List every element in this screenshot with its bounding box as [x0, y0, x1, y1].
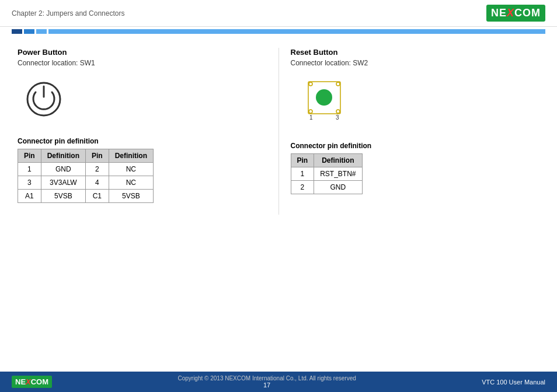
table-cell: 1: [291, 167, 314, 181]
power-button-icon: [23, 79, 64, 120]
table-cell: 2: [86, 163, 109, 176]
table-cell: 3: [18, 176, 41, 190]
left-col-header-pin1: Pin: [18, 149, 41, 163]
page-header: Chapter 2: Jumpers and Connectors NEXCOM: [0, 0, 557, 27]
svg-point-5: [309, 110, 312, 113]
table-row: A15VSBC15VSB: [18, 190, 154, 203]
svg-text:1: 1: [309, 114, 313, 121]
accent-block-1: [12, 29, 22, 34]
footer-manual-title: VTC 100 User Manual: [482, 379, 545, 386]
right-col-header-pin: Pin: [291, 154, 314, 167]
reset-button-subtitle: Connector location: SW2: [291, 59, 540, 67]
accent-block-3: [36, 29, 47, 34]
table-cell: 5VSB: [109, 190, 153, 203]
left-col-header-def1: Definition: [41, 149, 85, 163]
table-row: 33V3ALW4NC: [18, 176, 154, 190]
chapter-title: Chapter 2: Jumpers and Connectors: [12, 9, 124, 18]
power-button-subtitle: Connector location: SW1: [18, 59, 267, 67]
left-table-title: Connector pin definition: [18, 137, 267, 145]
table-row: 2GND: [291, 181, 362, 194]
table-cell: 4: [86, 176, 109, 190]
table-cell: 5VSB: [41, 190, 85, 203]
table-cell: A1: [18, 190, 41, 203]
logo-text: NEXCOM: [491, 7, 541, 19]
right-column: Reset Button Connector location: SW2 1 3: [278, 48, 540, 215]
power-icon-svg: [25, 80, 63, 118]
left-col-header-pin2: Pin: [86, 149, 109, 163]
table-cell: 2: [291, 181, 314, 194]
table-cell: 1: [18, 163, 41, 176]
table-cell: RST_BTN#: [314, 167, 362, 181]
power-button-title: Power Button: [18, 48, 267, 57]
svg-point-4: [336, 82, 340, 86]
footer-logo: NEXCOM: [12, 376, 52, 388]
table-cell: 3V3ALW: [41, 176, 85, 190]
table-row: 1RST_BTN#: [291, 167, 362, 181]
nexcom-logo: NEXCOM: [486, 5, 545, 22]
table-cell: NC: [109, 163, 153, 176]
right-table-title: Connector pin definition: [291, 142, 540, 150]
right-col-header-def: Definition: [314, 154, 362, 167]
table-cell: C1: [86, 190, 109, 203]
main-content: Power Button Connector location: SW1 Con…: [0, 36, 557, 226]
left-pin-table: Pin Definition Pin Definition 1GND2NC33V…: [18, 149, 154, 203]
table-cell: GND: [314, 181, 362, 194]
accent-line: [48, 29, 545, 34]
footer-page-number: 17: [177, 382, 356, 388]
left-col-header-def2: Definition: [109, 149, 153, 163]
svg-point-6: [336, 110, 340, 113]
table-row: 1GND2NC: [18, 163, 154, 176]
svg-text:3: 3: [336, 114, 339, 121]
svg-point-7: [316, 89, 332, 106]
page-footer: NEXCOM Copyright © 2013 NEXCOM Internati…: [0, 372, 557, 392]
right-pin-table: Pin Definition 1RST_BTN#2GND: [291, 153, 363, 194]
reset-icon-svg: 1 3: [302, 79, 355, 125]
accent-bar: [0, 27, 557, 36]
reset-button-icon: 1 3: [302, 79, 540, 127]
accent-block-2: [24, 29, 34, 34]
svg-point-3: [309, 82, 312, 86]
footer-copyright: Copyright © 2013 NEXCOM International Co…: [177, 375, 356, 382]
footer-center-content: Copyright © 2013 NEXCOM International Co…: [177, 375, 356, 388]
reset-button-title: Reset Button: [291, 48, 540, 57]
left-column: Power Button Connector location: SW1 Con…: [18, 48, 278, 215]
footer-logo-text: NEXCOM: [15, 377, 48, 386]
table-cell: GND: [41, 163, 85, 176]
table-cell: NC: [109, 176, 153, 190]
